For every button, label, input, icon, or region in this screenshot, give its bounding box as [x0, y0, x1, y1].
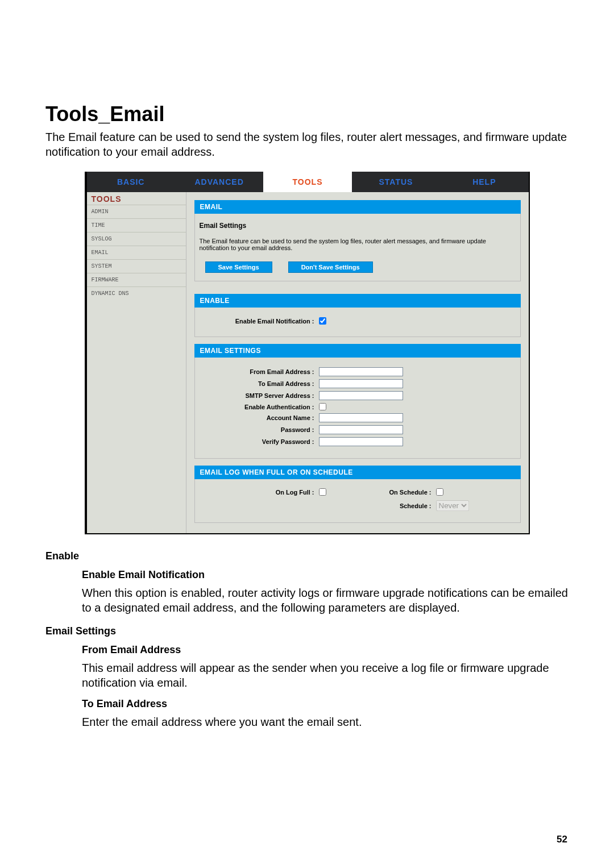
doc-heading-enable: Enable: [45, 550, 569, 562]
account-name-label: Account Name :: [201, 414, 319, 421]
content-area: EMAIL Email Settings The Email feature c…: [186, 192, 529, 533]
tab-basic[interactable]: BASIC: [87, 172, 175, 192]
sidebar: TOOLS ADMIN TIME SYSLOG EMAIL SYSTEM FIR…: [87, 192, 186, 533]
save-settings-button[interactable]: Save Settings: [205, 261, 272, 273]
section-header-email-settings: EMAIL SETTINGS: [194, 344, 521, 358]
password-label: Password :: [201, 426, 319, 433]
to-email-label: To Email Address :: [201, 380, 319, 387]
sidebar-item-time[interactable]: TIME: [87, 218, 186, 232]
intro-text: The Email feature can be used to send th…: [45, 130, 569, 159]
page-number: 52: [557, 834, 567, 845]
router-screenshot: BASIC ADVANCED TOOLS STATUS HELP TOOLS A…: [85, 172, 530, 534]
doc-paragraph-enable: When this option is enabled, router acti…: [82, 585, 569, 615]
section-header-email: EMAIL: [194, 200, 521, 214]
verify-password-label: Verify Password :: [201, 438, 319, 445]
email-settings-panel: From Email Address : To Email Address : …: [194, 358, 521, 459]
doc-heading-email-settings: Email Settings: [45, 625, 569, 637]
schedule-select[interactable]: Never: [436, 500, 469, 511]
sidebar-item-system[interactable]: SYSTEM: [87, 259, 186, 273]
account-name-input[interactable]: [319, 413, 403, 422]
to-email-input[interactable]: [319, 379, 403, 388]
sidebar-item-firmware[interactable]: FIRMWARE: [87, 273, 186, 286]
enable-auth-label: Enable Authentication :: [201, 404, 319, 410]
enable-panel: Enable Email Notification :: [194, 308, 521, 337]
enable-auth-checkbox[interactable]: [319, 403, 326, 410]
from-email-label: From Email Address :: [201, 368, 319, 375]
doc-paragraph-from: This email address will appear as the se…: [82, 661, 569, 690]
sidebar-header: TOOLS: [87, 192, 186, 205]
tab-help[interactable]: HELP: [440, 172, 528, 192]
on-log-full-label: On Log Full :: [201, 489, 319, 496]
page-title: Tools_Email: [45, 102, 569, 126]
tab-tools[interactable]: TOOLS: [263, 172, 351, 192]
doc-subheading-enable-email: Enable Email Notification: [82, 569, 569, 581]
sidebar-item-dynamic-dns[interactable]: DYNAMIC DNS: [87, 286, 186, 300]
verify-password-input[interactable]: [319, 437, 403, 446]
sidebar-item-email[interactable]: EMAIL: [87, 246, 186, 259]
email-settings-desc: The Email feature can be used to send th…: [200, 238, 516, 251]
email-settings-subtitle: Email Settings: [200, 222, 516, 230]
dont-save-settings-button[interactable]: Don't Save Settings: [288, 261, 373, 273]
on-schedule-label: On Schedule :: [358, 489, 436, 496]
doc-subheading-to: To Email Address: [82, 698, 569, 710]
top-nav: BASIC ADVANCED TOOLS STATUS HELP: [87, 172, 529, 192]
on-log-full-checkbox[interactable]: [319, 488, 326, 496]
smtp-server-input[interactable]: [319, 391, 403, 400]
email-log-panel: On Log Full : On Schedule : Sched: [194, 479, 521, 523]
enable-email-checkbox[interactable]: [319, 317, 326, 325]
sidebar-item-syslog[interactable]: SYSLOG: [87, 232, 186, 246]
from-email-input[interactable]: [319, 367, 403, 376]
smtp-server-label: SMTP Server Address :: [201, 392, 319, 399]
schedule-label: Schedule :: [358, 502, 436, 509]
email-intro-block: Email Settings The Email feature can be …: [194, 214, 521, 281]
tab-status[interactable]: STATUS: [352, 172, 440, 192]
enable-email-label: Enable Email Notification :: [201, 318, 319, 325]
section-header-email-log: EMAIL LOG WHEN FULL OR ON SCHEDULE: [194, 466, 521, 479]
doc-paragraph-to: Enter the email address where you want t…: [82, 715, 569, 729]
tab-advanced[interactable]: ADVANCED: [175, 172, 263, 192]
on-schedule-checkbox[interactable]: [436, 488, 443, 496]
section-header-enable: ENABLE: [194, 294, 521, 308]
password-input[interactable]: [319, 425, 403, 434]
doc-subheading-from: From Email Address: [82, 644, 569, 656]
sidebar-item-admin[interactable]: ADMIN: [87, 205, 186, 218]
